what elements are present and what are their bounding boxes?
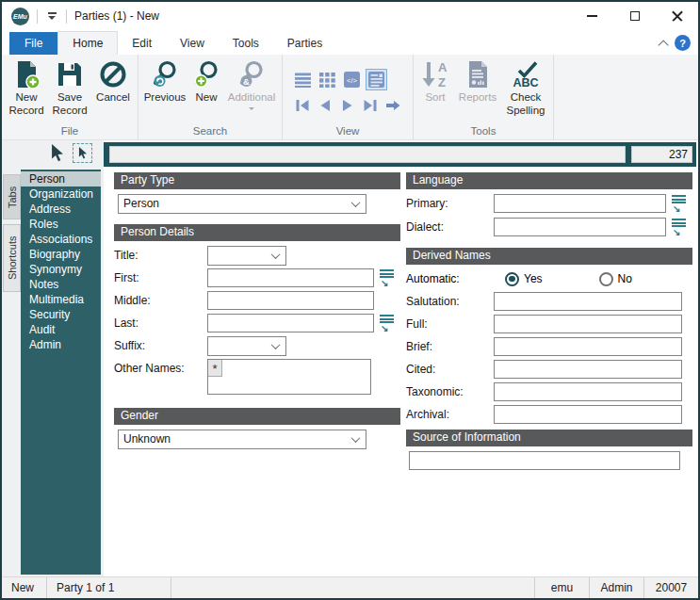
code-view-button[interactable]: </>	[342, 70, 362, 89]
search-previous-icon	[150, 59, 180, 89]
sidebar-item[interactable]: Biography	[21, 247, 101, 262]
save-record-button[interactable]: Save Record	[48, 57, 91, 117]
minimize-button[interactable]	[571, 2, 613, 30]
previous-record-button[interactable]	[316, 96, 334, 116]
tab-parties[interactable]: Parties	[273, 32, 336, 55]
search-additional-icon: &	[236, 59, 267, 89]
grid-view-button[interactable]	[317, 70, 337, 89]
title-combo[interactable]	[207, 246, 286, 266]
suffix-combo[interactable]	[207, 336, 286, 356]
last-input[interactable]	[207, 314, 374, 332]
sidebar-item[interactable]: Organization	[21, 186, 101, 202]
divider	[66, 9, 67, 24]
summary-bar: 237	[104, 142, 696, 167]
tab-view[interactable]: View	[166, 32, 219, 55]
emu-logo-icon: EMu	[11, 8, 29, 25]
sidebar-item[interactable]: Admin	[21, 337, 101, 352]
dialect-input[interactable]	[494, 218, 666, 236]
radio-selected-icon	[505, 272, 519, 286]
maximize-button[interactable]	[613, 2, 656, 30]
ribbon-group-view: </>	[283, 55, 414, 139]
code-view-icon: </>	[344, 72, 360, 88]
sort-button[interactable]: A Z Sort	[416, 57, 454, 105]
archival-input[interactable]	[494, 405, 682, 424]
sidebar-item[interactable]: Associations	[21, 232, 101, 247]
tab-tools[interactable]: Tools	[219, 32, 273, 55]
ribbon: New Record Save Record	[2, 55, 698, 140]
details-view-button[interactable]	[366, 70, 386, 89]
lookup-list-icon[interactable]: ↘	[380, 269, 394, 286]
search-new-button[interactable]: New	[188, 57, 224, 105]
cited-input[interactable]	[494, 360, 682, 379]
sidebar-item[interactable]: Notes	[21, 277, 101, 292]
gender-combo[interactable]: Unknown	[118, 430, 366, 449]
sidebar-item[interactable]: Security	[21, 307, 101, 322]
search-additional-label: Additional	[228, 91, 276, 105]
cited-label: Cited:	[406, 363, 494, 376]
new-record-button[interactable]: New Record	[5, 57, 48, 117]
tab-file[interactable]: File	[9, 32, 57, 55]
last-record-button[interactable]	[362, 96, 380, 116]
cancel-button[interactable]: Cancel	[91, 57, 135, 105]
chevron-down-icon	[351, 433, 361, 443]
check-spelling-button[interactable]: ABC Check Spelling	[501, 57, 550, 117]
help-icon[interactable]: ?	[675, 35, 691, 51]
status-cell: 20007	[643, 577, 698, 598]
full-input[interactable]	[494, 315, 682, 333]
collapse-ribbon-icon[interactable]	[658, 40, 668, 50]
taxonomic-input[interactable]	[494, 382, 682, 401]
other-names-grid[interactable]: *	[207, 359, 371, 395]
brief-input[interactable]	[494, 337, 682, 356]
first-record-button[interactable]	[293, 96, 311, 116]
sidebar-item[interactable]: Address	[21, 202, 101, 217]
search-additional-button[interactable]: & Additional	[224, 57, 279, 110]
ribbon-group-tools: A Z Sort	[414, 55, 554, 139]
dock-tab-shortcuts[interactable]: Shortcuts	[3, 224, 21, 292]
party-type-combo[interactable]: Person	[118, 194, 366, 214]
tab-edit[interactable]: Edit	[118, 32, 166, 55]
middle-input[interactable]	[207, 291, 374, 310]
first-input[interactable]	[207, 268, 374, 287]
automatic-no-radio[interactable]: No	[599, 272, 632, 286]
dock-tab-tabs[interactable]: Tabs	[3, 174, 21, 219]
sidebar-item[interactable]: Synonymy	[21, 262, 101, 277]
sidebar-item-label: Notes	[29, 278, 58, 291]
pointer-icon[interactable]	[49, 144, 66, 162]
ribbon-tab-strip: File Home Edit View Tools Parties ?	[2, 30, 698, 55]
section-header-source: Source of Information	[406, 430, 692, 446]
sort-icon: A Z	[420, 59, 450, 89]
tab-home[interactable]: Home	[57, 31, 118, 55]
list-view-button[interactable]	[293, 70, 313, 89]
sidebar-item[interactable]: Audit	[21, 322, 101, 337]
source-input[interactable]	[409, 451, 680, 470]
automatic-yes-radio[interactable]: Yes	[505, 272, 543, 286]
attach-arrow-icon	[77, 147, 89, 159]
section-header-language: Language	[406, 172, 692, 189]
attach-mode-icon[interactable]	[73, 143, 92, 163]
close-button[interactable]	[656, 2, 698, 30]
next-record-button[interactable]	[338, 96, 356, 116]
lookup-list-icon[interactable]: ↘	[672, 219, 686, 235]
status-cell-value: 20007	[656, 581, 687, 594]
first-record-icon	[294, 98, 311, 113]
svg-text:Z: Z	[438, 75, 446, 89]
primary-input[interactable]	[494, 194, 666, 213]
sidebar-item[interactable]: Multimedia	[21, 292, 101, 307]
lookup-list-icon[interactable]: ↘	[380, 315, 394, 332]
search-previous-button[interactable]: Previous	[141, 57, 188, 105]
sidebar-item-label: Biography	[29, 248, 80, 261]
reports-button[interactable]: Reports	[454, 57, 501, 105]
goto-record-button[interactable]	[384, 96, 402, 116]
sidebar-item[interactable]: Roles	[21, 217, 101, 232]
lookup-list-icon[interactable]: ↘	[672, 195, 686, 212]
svg-text:</>: </>	[347, 75, 357, 84]
svg-text:&: &	[243, 76, 250, 87]
sidebar-item-label: Synonymy	[29, 263, 82, 276]
cancel-icon	[98, 59, 128, 89]
sidebar-item[interactable]: Person	[21, 171, 101, 186]
section-header-party-type: Party Type	[114, 172, 400, 189]
grid-row-header: *	[208, 360, 222, 377]
salutation-input[interactable]	[494, 292, 682, 311]
quick-access-dropdown-icon[interactable]	[45, 12, 58, 20]
new-record-icon	[11, 59, 41, 89]
